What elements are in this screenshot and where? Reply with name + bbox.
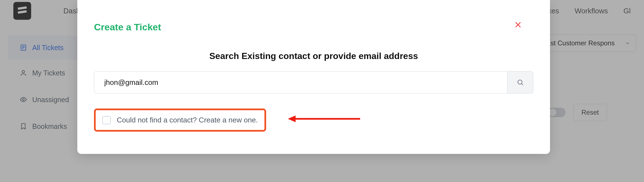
modal-subtitle: Search Existing contact or provide email…	[94, 51, 533, 61]
new-contact-label: Could not find a contact? Create a new o…	[117, 116, 258, 124]
contact-search-row	[94, 71, 533, 94]
close-icon	[514, 21, 522, 29]
search-icon	[517, 79, 524, 86]
new-contact-checkbox[interactable]	[102, 116, 111, 124]
create-ticket-modal: Create a Ticket Search Existing contact …	[77, 0, 550, 154]
modal-close-button[interactable]	[514, 21, 522, 29]
svg-point-12	[518, 80, 522, 84]
contact-search-button[interactable]	[507, 71, 533, 94]
contact-search-input[interactable]	[94, 71, 507, 94]
svg-line-13	[522, 84, 523, 85]
new-contact-highlight: Could not find a contact? Create a new o…	[94, 109, 266, 132]
modal-title: Create a Ticket	[94, 22, 533, 33]
